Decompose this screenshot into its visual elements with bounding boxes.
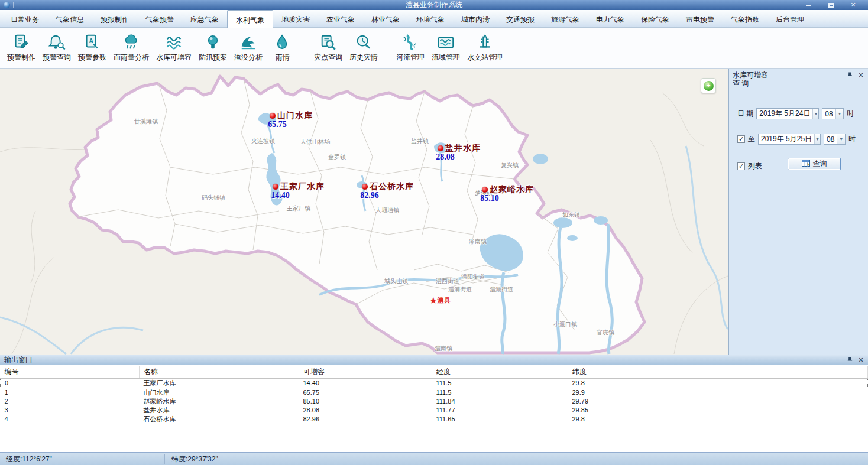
zoom-button[interactable]: + — [701, 78, 716, 93]
toolbar-button-预警查询[interactable]: 预警查询 — [39, 29, 75, 67]
menu-item-预报制作[interactable]: 预报制作 — [92, 10, 137, 27]
table-cell: 29.9 — [568, 388, 868, 397]
to-checkbox[interactable]: ✓ — [737, 135, 745, 143]
toolbar-button-水文站管理[interactable]: 水文站管理 — [464, 29, 506, 67]
menu-item-水利气象[interactable]: 水利气象 — [227, 10, 273, 28]
menu-item-旅游气象[interactable]: 旅游气象 — [543, 10, 588, 27]
query-button[interactable]: 查询 — [788, 158, 841, 170]
minimize-button[interactable] — [797, 0, 820, 10]
column-header-经度[interactable]: 经度 — [432, 366, 568, 378]
panel-subtitle: 查 询 — [733, 79, 768, 87]
list-checkbox[interactable]: ✓ — [737, 162, 745, 170]
table-cell: 111.65 — [432, 415, 568, 424]
county-map — [0, 69, 728, 355]
menu-item-气象预警[interactable]: 气象预警 — [137, 10, 182, 27]
toolbar-button-河流管理[interactable]: 河流管理 — [393, 29, 428, 67]
toolbar-button-label: 水库可增容 — [156, 53, 192, 63]
toolbar-button-面雨量分析[interactable]: 面雨量分析 — [110, 29, 153, 67]
menu-item-雷电预警[interactable]: 雷电预警 — [678, 10, 723, 27]
toolbar-button-label: 灾点查询 — [314, 53, 342, 63]
column-header-名称[interactable]: 名称 — [140, 366, 299, 378]
toolbar-separator — [387, 31, 387, 65]
table-cell: 65.75 — [299, 388, 432, 397]
toolbar-button-label: 流域管理 — [432, 53, 460, 63]
statusbar: 经度:112°6'27" 纬度:29°37'32" — [0, 452, 868, 465]
pin-icon[interactable] — [846, 356, 853, 363]
table-cell: 28.08 — [299, 406, 432, 415]
app-window: 澧县业务制作系统 ✕ 日常业务气象信息预报制作气象预警应急气象水利气象地质灾害农… — [0, 0, 868, 465]
table-row[interactable]: 0王家厂水库14.40111.529.8 — [1, 378, 868, 388]
reservoir-capacity-value: 85.10 — [472, 194, 507, 203]
toolbar-button-灾点查询[interactable]: 灾点查询 — [310, 29, 346, 67]
town-label: 官垸镇 — [597, 329, 614, 337]
water-drop-icon — [274, 33, 292, 51]
window-title: 澧县业务制作系统 — [0, 0, 868, 10]
reservoir-capacity-value: 28.08 — [427, 152, 463, 162]
start-date-combobox[interactable]: 2019年 5月24日 ▼ — [756, 108, 819, 119]
menu-item-交通预报[interactable]: 交通预报 — [498, 10, 543, 27]
pin-icon[interactable] — [846, 71, 853, 79]
menu-item-农业气象[interactable]: 农业气象 — [318, 10, 363, 27]
town-label: 火连坡镇 — [251, 137, 275, 145]
table-cell: 111.77 — [432, 406, 568, 415]
table-cell: 29.8 — [568, 415, 868, 424]
end-hour-combobox[interactable]: 08 ▼ — [824, 134, 846, 145]
menu-item-电力气象[interactable]: 电力气象 — [588, 10, 633, 27]
menu-item-日常业务[interactable]: 日常业务 — [2, 10, 47, 27]
output-table: 编号名称可增容经度纬度 0王家厂水库14.40111.529.81山门水库65.… — [0, 366, 868, 452]
hour-suffix-label: 时 — [848, 134, 856, 144]
column-header-纬度[interactable]: 纬度 — [568, 366, 868, 378]
menu-item-保险气象[interactable]: 保险气象 — [633, 10, 678, 27]
start-hour-combobox[interactable]: 08 ▼ — [822, 108, 844, 119]
toolbar-button-淹没分析[interactable]: 淹没分析 — [231, 29, 266, 67]
maximize-icon — [828, 3, 834, 8]
column-header-编号[interactable]: 编号 — [1, 366, 140, 378]
reservoir-dot-icon — [270, 113, 276, 119]
panel-close-icon[interactable]: ✕ — [857, 356, 864, 363]
menu-item-城市内涝[interactable]: 城市内涝 — [453, 10, 498, 27]
menu-item-气象指数[interactable]: 气象指数 — [723, 10, 767, 27]
town-label: 澧澹街道 — [490, 285, 513, 294]
town-label: 复兴镇 — [501, 161, 519, 170]
toolbar-button-label: 面雨量分析 — [114, 53, 149, 63]
table-cell: 王家厂水库 — [140, 378, 299, 388]
table-row[interactable]: 1山门水库65.75111.529.9 — [1, 388, 868, 397]
maximize-button[interactable] — [820, 0, 842, 10]
output-panel: 输出窗口 ✕ 编号名称可增容经度纬度 0王家厂水库14.40111.529.81… — [0, 355, 868, 452]
menu-item-后台管理[interactable]: 后台管理 — [767, 10, 812, 27]
table-cell: 0 — [1, 378, 140, 388]
menu-item-地质灾害[interactable]: 地质灾害 — [273, 10, 318, 27]
reservoir-capacity-value: 65.75 — [260, 120, 295, 129]
menu-item-气象信息[interactable]: 气象信息 — [47, 10, 92, 27]
close-button[interactable]: ✕ — [842, 0, 864, 10]
toolbar: 预警制作预警查询A预警参数面雨量分析水库可增容防汛预案淹没分析雨情灾点查询历史灾… — [0, 28, 868, 69]
toolbar-button-流域管理[interactable]: 流域管理 — [428, 29, 464, 67]
table-cell: 2 — [1, 397, 140, 406]
end-date-combobox[interactable]: 2019年 5月25日 ▼ — [758, 134, 821, 145]
panel-close-icon[interactable]: ✕ — [857, 71, 864, 79]
toolbar-button-预警制作[interactable]: 预警制作 — [4, 29, 39, 67]
toolbar-button-防汛预案[interactable]: 防汛预案 — [195, 29, 231, 67]
reservoir-capacity-panel: 水库可增容 查 询 ✕ 日 期 2019年 5月24日 ▼ 08 ▼ — [729, 69, 868, 355]
table-row[interactable]: 2赵家峪水库85.10111.8429.79 — [1, 397, 868, 406]
town-label: 天供山林场 — [300, 138, 330, 146]
toolbar-button-label: 水文站管理 — [467, 53, 503, 63]
map-canvas[interactable]: 甘溪滩镇火连坡镇天供山林场金罗镇盐井镇复兴镇码头铺镇王家厂镇梦溪镇大堰垱镇涔南镇… — [0, 69, 728, 355]
panel-title: 水库可增容 — [733, 71, 768, 79]
toolbar-button-label: 雨情 — [276, 53, 290, 63]
table-row[interactable]: 3盐井水库28.08111.7729.85 — [1, 406, 868, 415]
zoom-in-icon: + — [704, 81, 714, 91]
toolbar-button-历史灾情[interactable]: 历史灾情 — [346, 29, 381, 67]
menu-item-环境气象[interactable]: 环境气象 — [408, 10, 453, 27]
chevron-down-icon: ▼ — [837, 134, 845, 144]
toolbar-button-水库可增容[interactable]: 水库可增容 — [153, 29, 195, 67]
menu-item-林业气象[interactable]: 林业气象 — [363, 10, 408, 27]
town-label: 王家厂镇 — [287, 204, 310, 213]
menu-item-应急气象[interactable]: 应急气象 — [182, 10, 227, 27]
town-label: 城头山镇 — [384, 277, 408, 285]
column-header-可增容[interactable]: 可增容 — [299, 366, 432, 378]
toolbar-button-预警参数[interactable]: A预警参数 — [75, 29, 110, 67]
toolbar-button-label: 预警参数 — [78, 53, 106, 63]
table-row[interactable]: 4石公桥水库82.96111.6529.8 — [1, 415, 868, 424]
toolbar-button-雨情[interactable]: 雨情 — [266, 29, 299, 67]
